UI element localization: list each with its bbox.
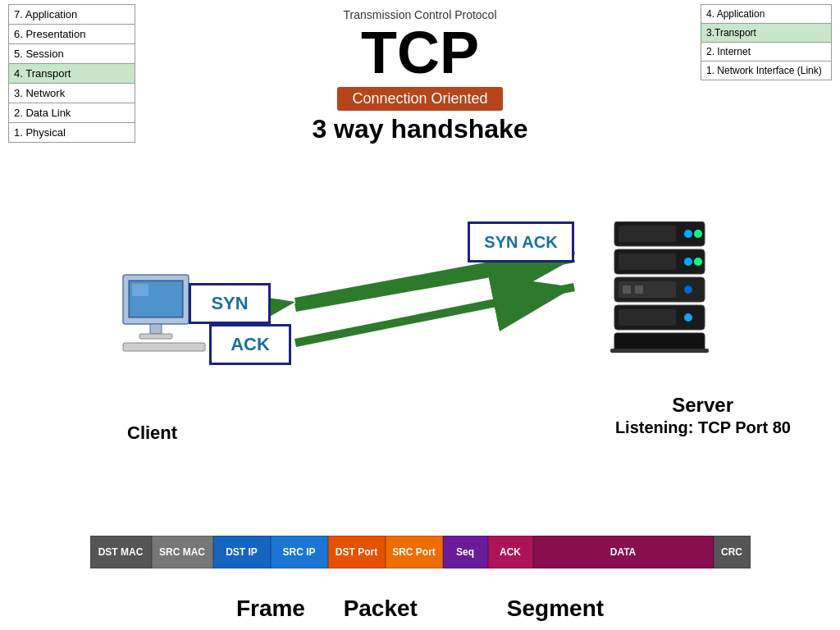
packet-label: Packet bbox=[344, 596, 418, 621]
packet-diagram: DST MAC SRC MAC DST IP SRC IP DST Port S… bbox=[0, 536, 840, 568]
packet-dst-port: DST Port bbox=[328, 536, 386, 568]
ack-box: ACK bbox=[209, 324, 291, 365]
svg-point-27 bbox=[684, 313, 692, 322]
packet-src-ip: SRC IP bbox=[271, 536, 328, 568]
osi-row-5: 5. Session bbox=[9, 44, 135, 64]
packet-ack: ACK bbox=[488, 536, 533, 568]
packet-data: DATA bbox=[533, 536, 714, 568]
connection-badge: Connection Oriented bbox=[337, 87, 502, 111]
svg-rect-24 bbox=[635, 285, 643, 294]
packet-crc: CRC bbox=[714, 536, 751, 568]
svg-rect-23 bbox=[623, 285, 631, 294]
svg-point-19 bbox=[694, 258, 702, 266]
tcpip-row-3: 3.Transport bbox=[701, 24, 831, 43]
osi-right-table: 4. Application 3.Transport 2. Internet 1… bbox=[701, 4, 832, 80]
osi-row-2: 2. Data Link bbox=[9, 103, 135, 123]
svg-rect-17 bbox=[619, 253, 676, 270]
client-label: Client bbox=[127, 422, 177, 444]
osi-row-7: 7. Application bbox=[9, 5, 135, 25]
diagram-area: SYN ACK SYN ACK Client bbox=[0, 205, 840, 459]
packet-dst-mac: DST MAC bbox=[90, 536, 152, 568]
svg-line-4 bbox=[295, 287, 574, 343]
osi-row-3: 3. Network bbox=[9, 84, 135, 103]
osi-row-4: 4. Transport bbox=[9, 64, 135, 84]
svg-rect-9 bbox=[123, 343, 205, 351]
svg-point-15 bbox=[694, 230, 702, 238]
tcpip-row-1: 1. Network Interface (Link) bbox=[701, 62, 831, 80]
server-label: Server bbox=[672, 394, 733, 417]
tcpip-row-4: 4. Application bbox=[701, 5, 831, 24]
syn-ack-box: SYN ACK bbox=[468, 221, 574, 262]
svg-rect-8 bbox=[139, 334, 172, 339]
svg-rect-7 bbox=[150, 324, 162, 334]
svg-rect-28 bbox=[614, 333, 705, 351]
osi-row-6: 6. Presentation bbox=[9, 25, 135, 44]
handshake-text: 3 way handshake bbox=[164, 114, 676, 144]
svg-rect-13 bbox=[619, 226, 676, 242]
server-listen: Listening: TCP Port 80 bbox=[615, 418, 791, 437]
svg-rect-11 bbox=[132, 284, 148, 296]
svg-point-14 bbox=[684, 230, 692, 238]
svg-point-22 bbox=[684, 285, 692, 294]
svg-rect-29 bbox=[610, 349, 709, 353]
tcp-heading: TCP bbox=[164, 23, 676, 82]
packet-seq: Seq bbox=[443, 536, 488, 568]
svg-point-18 bbox=[684, 258, 692, 266]
packet-src-mac: SRC MAC bbox=[152, 536, 213, 568]
osi-left-table: 7. Application 6. Presentation 5. Sessio… bbox=[8, 4, 135, 143]
svg-line-2 bbox=[295, 258, 574, 308]
tcpip-row-2: 2. Internet bbox=[701, 43, 831, 62]
bottom-labels: Frame Packet Segment bbox=[0, 596, 840, 622]
svg-rect-26 bbox=[619, 309, 676, 326]
packet-src-port: SRC Port bbox=[386, 536, 443, 568]
osi-row-1: 1. Physical bbox=[9, 123, 135, 142]
syn-box: SYN bbox=[189, 283, 271, 324]
packet-dst-ip: DST IP bbox=[213, 536, 271, 568]
segment-label: Segment bbox=[507, 596, 604, 621]
server-icon bbox=[606, 221, 713, 353]
main-title-area: Transmission Control Protocol TCP Connec… bbox=[164, 8, 676, 144]
frame-label: Frame bbox=[236, 596, 305, 621]
